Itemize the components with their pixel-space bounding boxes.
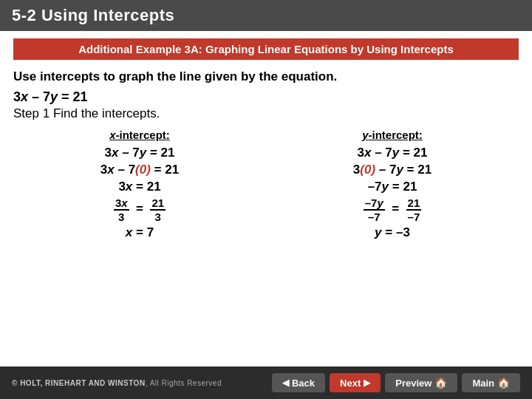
x-eq2: 3x – 7(0) = 21: [100, 163, 179, 177]
step-label: Step 1 Find the intercepts.: [13, 106, 519, 121]
nav-buttons: ◀ Back Next ▶ Preview 🏠 Main 🏠: [272, 373, 520, 392]
back-label: Back: [292, 378, 315, 389]
y-fraction: –7y –7 = 21 –7: [364, 197, 422, 223]
x-result: x = 7: [126, 225, 154, 240]
content-area: Additional Example 3A: Graphing Linear E…: [0, 31, 532, 242]
next-arrow-icon: ▶: [364, 378, 370, 388]
y-eq2: 3(0) – 7y = 21: [353, 163, 432, 177]
back-button[interactable]: ◀ Back: [272, 373, 325, 392]
subtitle: Additional Example 3A: Graphing Linear E…: [13, 38, 519, 60]
intro-line1: Use intercepts to graph the line given b…: [13, 69, 337, 83]
main-label: Main: [472, 378, 494, 389]
preview-button[interactable]: Preview 🏠: [385, 373, 457, 392]
intercepts-container: x-intercept: 3x – 7y = 21 3x – 7(0) = 21…: [13, 129, 519, 242]
preview-label: Preview: [395, 378, 432, 389]
y-eq3: –7y = 21: [368, 180, 417, 194]
x-intercept-label: x-intercept:: [109, 129, 170, 141]
y-intercept-col: y-intercept: 3x – 7y = 21 3(0) – 7y = 21…: [266, 129, 519, 242]
y-intercept-label: y-intercept:: [362, 129, 423, 141]
y-eq1: 3x – 7y = 21: [357, 146, 427, 160]
main-button[interactable]: Main 🏠: [462, 373, 520, 392]
intro-text: Use intercepts to graph the line given b…: [13, 67, 519, 86]
x-eq1: 3x – 7y = 21: [104, 146, 174, 160]
step-text: Find the intercepts.: [53, 106, 160, 120]
footer: © HOLT, RINEHART AND WINSTON, All Rights…: [0, 366, 532, 399]
preview-icon: 🏠: [434, 377, 447, 389]
y-result: y = –3: [375, 225, 410, 240]
main-equation: 3x – 7y = 21: [13, 89, 519, 105]
header-title: 5-2 Using Intercepts: [12, 6, 174, 24]
main-icon: 🏠: [497, 377, 510, 389]
copyright: © HOLT, RINEHART AND WINSTON, All Rights…: [12, 379, 222, 387]
x-eq3: 3x = 21: [118, 180, 160, 194]
next-button[interactable]: Next ▶: [330, 373, 381, 392]
x-intercept-col: x-intercept: 3x – 7y = 21 3x – 7(0) = 21…: [13, 129, 266, 242]
next-label: Next: [340, 378, 361, 389]
page-header: 5-2 Using Intercepts: [0, 0, 532, 31]
back-arrow-icon: ◀: [282, 378, 289, 388]
x-fraction: 3x 3 = 21 3: [114, 197, 166, 223]
